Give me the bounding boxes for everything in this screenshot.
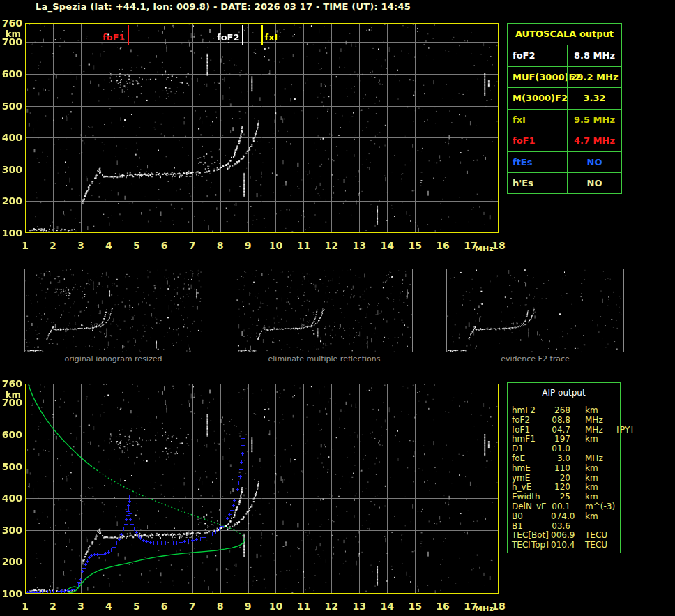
param-value: 010.4 — [551, 541, 570, 550]
bottom-km-unit-label: km — [1, 389, 21, 400]
thumbnail-caption-1: original ionogram resized — [24, 354, 202, 363]
param-label: foF1 — [508, 130, 567, 151]
x-tick-label: 9 — [239, 240, 257, 251]
param-extra — [608, 541, 633, 550]
param-unit: km — [570, 512, 608, 522]
param-label: foF2 — [508, 45, 567, 66]
param-value: 03.6 — [551, 522, 570, 532]
y-tick-label: 300 — [1, 164, 22, 175]
x-tick-label: 7 — [183, 240, 202, 251]
param-extra — [608, 483, 633, 493]
param-unit: km — [570, 406, 608, 416]
param-unit: km — [570, 464, 608, 474]
top-mhz-unit-label: MHz — [475, 244, 494, 253]
y-tick-label: 100 — [1, 588, 22, 599]
param-value: 006.9 — [551, 531, 570, 541]
x-tick-label: 11 — [294, 240, 312, 251]
aip-row-d1: D101.0 — [512, 444, 620, 454]
param-label: h'Es — [508, 173, 567, 194]
y-tick-label: 500 — [1, 100, 22, 112]
x-tick-label: 10 — [266, 240, 285, 251]
x-tick-label: 14 — [378, 240, 396, 251]
param-extra — [608, 444, 633, 454]
x-tick-label: 13 — [350, 240, 368, 251]
param-unit: TECU — [570, 531, 608, 541]
aip-table-rows: hmF2268kmfoF208.8MHzfoF104.7MHz[PY]hmF11… — [508, 403, 620, 550]
param-extra — [608, 474, 633, 483]
top-ionogram-plot — [25, 23, 499, 233]
station-title: La_Spezia (lat: +44.1, lon: 009.8) - DAT… — [0, 1, 446, 12]
param-unit: MHz — [570, 454, 608, 464]
x-tick-label: 11 — [294, 601, 312, 612]
y-tick-label: 500 — [1, 461, 22, 472]
x-tick-label: 9 — [239, 601, 257, 612]
param-label: hmF1 — [512, 435, 551, 444]
x-tick-label: 15 — [406, 240, 424, 251]
y-tick-label: 600 — [1, 429, 22, 440]
aip-table-header: AIP output — [508, 383, 620, 403]
param-extra — [608, 531, 633, 541]
x-tick-label: 3 — [72, 240, 90, 251]
param-label: TEC[Bot] — [512, 531, 551, 541]
top-km-unit-label: km — [1, 29, 21, 39]
aip-row-hmf2: hmF2268km — [512, 406, 620, 416]
param-label: hmF2 — [512, 406, 551, 416]
param-unit: km — [570, 435, 608, 444]
x-tick-label: 5 — [128, 601, 146, 612]
param-label: DelN_vE — [512, 502, 551, 512]
param-label: D1 — [512, 444, 551, 454]
param-label: fxI — [508, 110, 567, 130]
param-extra — [608, 454, 633, 464]
param-unit: km — [570, 483, 608, 493]
autoscala-row-fof1: foF14.7 MHz — [508, 130, 621, 151]
y-tick-label: 200 — [1, 195, 22, 206]
param-value: 197 — [551, 435, 570, 444]
param-label: MUF(3000)F2 — [508, 67, 567, 88]
param-label: h_vE — [512, 483, 551, 493]
param-unit — [570, 444, 608, 454]
param-label: foF1 — [512, 426, 551, 435]
param-unit: TECU — [570, 541, 608, 550]
param-value: 120 — [551, 483, 570, 493]
y-tick-label: 760 — [1, 378, 22, 389]
aip-row-tectop: TEC[Top]010.4TECU — [512, 541, 620, 550]
x-tick-label: 1 — [16, 240, 34, 251]
param-label: Ewidth — [512, 493, 551, 502]
param-value: 4.7 MHz — [567, 130, 621, 151]
param-label: ymE — [512, 474, 551, 483]
aip-row-hmf1: hmF1197km — [512, 435, 620, 444]
param-value: 8.8 MHz — [567, 45, 621, 66]
aip-row-ewidth: Ewidth25km — [512, 493, 620, 502]
thumbnail-evidence-f2-trace — [446, 269, 624, 352]
x-tick-label: 10 — [266, 601, 285, 612]
x-tick-label: 4 — [100, 240, 118, 251]
x-tick-label: 4 — [100, 601, 118, 612]
autoscala-row-fxi: fxI9.5 MHz — [508, 109, 621, 130]
x-tick-label: 8 — [211, 601, 229, 612]
x-tick-label: 12 — [322, 601, 340, 612]
param-value: 04.7 — [551, 426, 570, 435]
bottom-mhz-unit-label: MHz — [475, 604, 494, 613]
aip-row-fof1: foF104.7MHz[PY] — [512, 426, 620, 435]
autoscala-output-table: AUTOSCALA output foF28.8 MHzMUF(3000)F22… — [507, 23, 622, 194]
x-tick-label: 15 — [406, 601, 424, 612]
param-label: hmE — [512, 464, 551, 474]
param-unit: m^(-3) — [570, 502, 608, 512]
x-tick-label: 6 — [156, 601, 174, 612]
aip-row-delnve: DelN_vE00.1m^(-3) — [512, 502, 620, 512]
x-tick-label: 7 — [183, 601, 202, 612]
y-tick-label: 760 — [1, 17, 22, 29]
param-unit: km — [570, 493, 608, 502]
param-unit: MHz — [570, 416, 608, 426]
x-tick-label: 2 — [44, 601, 62, 612]
y-tick-label: 100 — [1, 227, 22, 239]
param-label: ftEs — [508, 152, 567, 173]
x-tick-label: 16 — [434, 240, 452, 251]
y-tick-label: 600 — [1, 68, 22, 80]
autoscala-row-muf3000f2: MUF(3000)F229.2 MHz — [508, 66, 621, 88]
aip-row-hve: h_vE120km — [512, 483, 620, 493]
autoscala-table-rows: foF28.8 MHzMUF(3000)F229.2 MHzM(3000)F23… — [508, 45, 621, 194]
param-value: NO — [567, 173, 621, 194]
autoscala-row-ftes: ftEsNO — [508, 151, 621, 173]
param-label: B0 — [512, 512, 551, 522]
